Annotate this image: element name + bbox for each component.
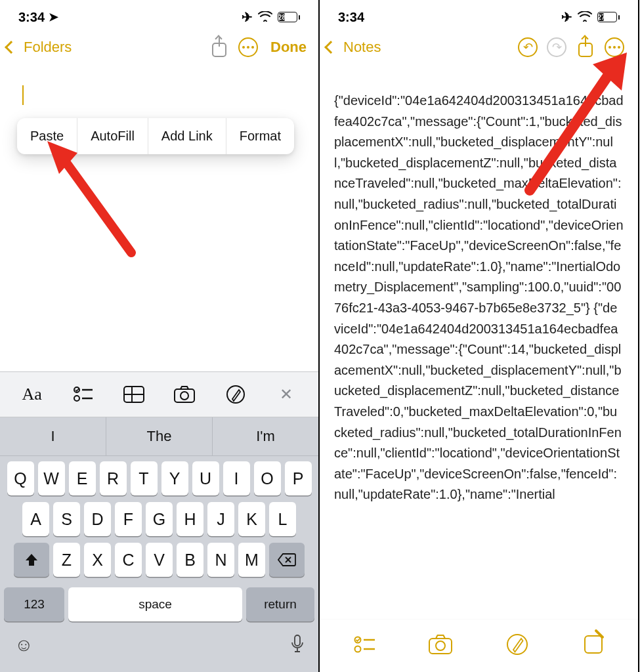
key-k[interactable]: K — [238, 502, 265, 536]
key-a[interactable]: A — [22, 502, 49, 536]
dictation-button[interactable] — [291, 635, 304, 658]
svg-point-15 — [355, 637, 361, 643]
key-h[interactable]: H — [177, 502, 203, 536]
status-bar: 3:34 ➤ ✈︎ 28 — [0, 0, 318, 29]
key-j[interactable]: J — [207, 502, 234, 536]
compose-button[interactable] — [580, 631, 607, 658]
phone-left-screenshot: 3:34 ➤ ✈︎ 28 Folders Done Paste AutoFill… — [0, 0, 320, 672]
markup-button[interactable] — [504, 631, 530, 658]
more-button[interactable] — [236, 35, 260, 59]
keyboard-suggestions: I The I'm — [0, 417, 318, 456]
location-arrow-icon: ➤ — [49, 10, 58, 24]
key-backspace[interactable] — [269, 543, 305, 577]
wifi-icon — [578, 10, 592, 25]
airplane-mode-icon: ✈︎ — [561, 9, 572, 25]
back-button[interactable]: Notes — [343, 39, 381, 56]
key-v[interactable]: V — [146, 543, 173, 577]
key-q[interactable]: Q — [7, 461, 34, 495]
format-aa-button[interactable]: Aa — [16, 381, 48, 408]
annotation-arrow — [39, 141, 144, 262]
key-g[interactable]: G — [146, 502, 173, 536]
key-shift[interactable] — [14, 543, 49, 577]
svg-line-0 — [63, 158, 131, 253]
suggestion-2[interactable]: The — [106, 417, 213, 455]
key-s[interactable]: S — [53, 502, 80, 536]
key-y[interactable]: Y — [161, 461, 188, 495]
key-123[interactable]: 123 — [4, 587, 64, 621]
keyboard-row-1: Q W E R T Y U I O P — [4, 461, 314, 495]
svg-point-10 — [181, 392, 188, 400]
done-button[interactable]: Done — [270, 39, 307, 56]
key-o[interactable]: O — [254, 461, 281, 495]
battery-icon: 27 — [597, 12, 620, 22]
svg-rect-12 — [295, 635, 300, 646]
key-b[interactable]: B — [177, 543, 203, 577]
wifi-icon — [258, 10, 272, 25]
emoji-button[interactable]: ☺ — [14, 635, 33, 658]
checklist-button[interactable] — [351, 631, 377, 658]
camera-button[interactable] — [427, 631, 454, 658]
key-m[interactable]: M — [238, 543, 265, 577]
nav-bar: Folders Done — [0, 29, 318, 71]
key-p[interactable]: P — [285, 461, 312, 495]
key-e[interactable]: E — [69, 461, 96, 495]
key-l[interactable]: L — [269, 502, 296, 536]
svg-line-13 — [530, 75, 608, 190]
ellipsis-circle-icon — [238, 37, 258, 57]
keyboard-row-bottom: 123 space return — [0, 587, 318, 629]
keyboard: Aa ✕ I The I'm Q W E R — [0, 371, 318, 672]
annotation-arrow — [517, 52, 635, 200]
key-f[interactable]: F — [115, 502, 142, 536]
phone-right-screenshot: 3:34 ✈︎ 27 Notes ↶ ↷ {"deviceId":"04e1a6… — [320, 0, 639, 672]
keyboard-toolbar: Aa ✕ — [0, 371, 318, 417]
key-u[interactable]: U — [192, 461, 219, 495]
key-x[interactable]: X — [84, 543, 111, 577]
key-t[interactable]: T — [131, 461, 158, 495]
camera-button[interactable] — [169, 381, 200, 408]
text-cursor — [22, 85, 24, 105]
checklist-button[interactable] — [67, 381, 98, 408]
context-menu-format[interactable]: Format — [226, 118, 294, 154]
key-i[interactable]: I — [223, 461, 250, 495]
status-time: 3:34 — [18, 10, 45, 25]
share-icon — [211, 37, 227, 57]
key-n[interactable]: N — [207, 543, 234, 577]
svg-point-20 — [436, 641, 445, 650]
compose-icon — [584, 635, 603, 654]
chevron-left-icon[interactable] — [5, 41, 18, 54]
keyboard-row-2: A S D F G H J K L — [4, 502, 314, 536]
table-button[interactable] — [118, 381, 150, 408]
chevron-left-icon[interactable] — [324, 41, 337, 54]
suggestion-3[interactable]: I'm — [213, 417, 318, 455]
airplane-mode-icon: ✈︎ — [242, 9, 253, 25]
keyboard-close-button[interactable]: ✕ — [270, 381, 302, 408]
key-z[interactable]: Z — [53, 543, 80, 577]
status-time: 3:34 — [338, 10, 364, 25]
markup-button[interactable] — [220, 381, 251, 408]
key-return[interactable]: return — [246, 587, 314, 621]
key-r[interactable]: R — [100, 461, 127, 495]
battery-icon: 28 — [278, 12, 300, 22]
key-w[interactable]: W — [38, 461, 65, 495]
svg-point-3 — [74, 396, 79, 401]
back-button[interactable]: Folders — [24, 39, 72, 56]
svg-point-16 — [355, 646, 361, 652]
key-c[interactable]: C — [115, 543, 142, 577]
status-bar: 3:34 ✈︎ 27 — [320, 0, 638, 29]
key-space[interactable]: space — [68, 587, 242, 621]
key-d[interactable]: D — [84, 502, 111, 536]
bottom-toolbar — [320, 619, 638, 672]
context-menu-addlink[interactable]: Add Link — [148, 118, 226, 154]
suggestion-1[interactable]: I — [0, 417, 106, 455]
keyboard-row-3: Z X C V B N M — [4, 543, 314, 577]
share-button[interactable] — [207, 35, 231, 59]
